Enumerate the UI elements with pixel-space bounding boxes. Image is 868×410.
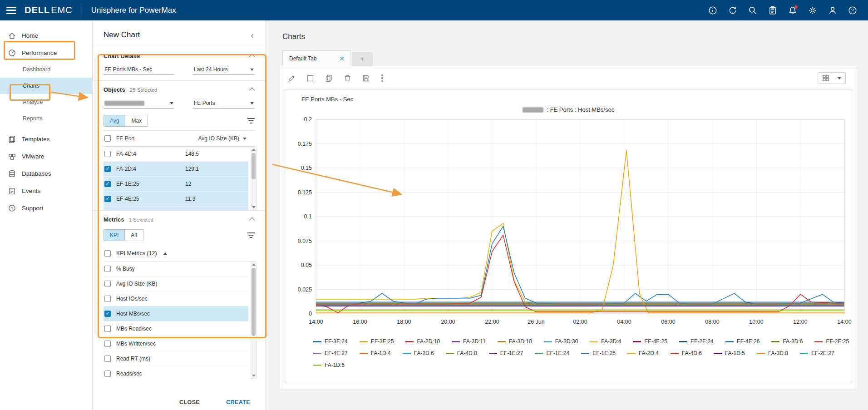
metric-checkbox[interactable]	[104, 356, 111, 362]
info-icon[interactable]	[708, 6, 717, 15]
menu-icon[interactable]	[6, 7, 16, 14]
legend-item[interactable]: EF-1E:25	[581, 350, 616, 356]
copy-icon[interactable]	[325, 74, 333, 83]
sidebar-item-charts[interactable]: Charts	[0, 78, 92, 94]
jobs-icon[interactable]	[768, 6, 777, 15]
settings-gear-icon[interactable]	[808, 6, 817, 15]
objects-scrollbar[interactable]	[251, 147, 256, 210]
collapse-section-icon[interactable]	[249, 217, 255, 223]
line-chart[interactable]: 14:0016:0018:0020:0022:0026 Jun02:0004:0…	[290, 115, 853, 336]
sidebar-item-home[interactable]: Home	[0, 27, 92, 44]
more-options-icon[interactable]	[380, 74, 384, 82]
metric-row[interactable]: Read RT (ms)	[104, 351, 248, 366]
agg-max-button[interactable]: Max	[125, 115, 148, 126]
create-button[interactable]: CREATE	[226, 399, 250, 405]
metrics-kpi-button[interactable]: KPI	[104, 230, 124, 241]
sidebar-item-support[interactable]: ? Support	[0, 199, 92, 217]
legend-item[interactable]: FA-3D:30	[544, 338, 578, 345]
metric-checkbox[interactable]	[104, 266, 111, 272]
metric-checkbox[interactable]	[104, 370, 111, 377]
add-tab-button[interactable]: +	[352, 52, 373, 66]
save-icon[interactable]	[362, 74, 370, 83]
delete-trash-icon[interactable]	[343, 74, 352, 83]
collapse-section-icon[interactable]	[249, 54, 255, 60]
row-checkbox[interactable]	[104, 181, 111, 187]
collapse-section-icon[interactable]	[249, 88, 255, 94]
legend-item[interactable]: EF-1E:24	[535, 350, 569, 356]
legend-item[interactable]: FA-2D:6	[403, 350, 434, 356]
kpi-metrics-group-row[interactable]: KPI Metrics (12)	[104, 246, 255, 262]
legend-item[interactable]: FA-3D:4	[590, 338, 621, 345]
sidebar-item-templates[interactable]: Templates	[0, 130, 92, 148]
filter-icon[interactable]	[247, 118, 255, 123]
agg-avg-button[interactable]: Avg	[104, 115, 125, 126]
sidebar-item-analyze[interactable]: Analyze	[0, 94, 92, 110]
legend-item[interactable]: EF-2E:24	[679, 338, 714, 345]
time-range-select[interactable]: Last 24 Hours	[193, 65, 255, 75]
sidebar-item-reports[interactable]: Reports	[0, 110, 92, 127]
tab-close-icon[interactable]: ✕	[338, 55, 345, 62]
legend-item[interactable]: FA-1D:6	[313, 362, 345, 368]
fe-port-row[interactable]: FA-4D:4148.5	[104, 147, 248, 162]
metric-checkbox[interactable]	[104, 341, 111, 347]
metric-checkbox[interactable]	[104, 281, 111, 287]
collapse-group-icon[interactable]	[163, 252, 167, 255]
metric-checkbox[interactable]	[104, 326, 111, 332]
row-checkbox[interactable]	[104, 196, 111, 202]
filter-icon[interactable]	[247, 232, 255, 238]
sidebar-item-dashboard[interactable]: Dashboard	[0, 61, 92, 78]
fe-port-row[interactable]: FA-2D:4129.1	[104, 162, 248, 177]
tab-default[interactable]: Default Tab ✕	[282, 50, 350, 66]
legend-item[interactable]: EF-2E:27	[800, 350, 834, 356]
legend-item[interactable]: FA-3D:11	[452, 338, 486, 345]
legend-item[interactable]: FA-2D:10	[405, 338, 440, 345]
close-button[interactable]: CLOSE	[179, 399, 200, 405]
alerts-bell-icon[interactable]	[788, 6, 797, 15]
legend-item[interactable]: FA-3D:8	[757, 350, 788, 356]
search-icon[interactable]	[748, 6, 757, 15]
layout-view-dropdown[interactable]	[818, 72, 846, 84]
sidebar-item-performance[interactable]: Performance	[0, 44, 92, 61]
legend-item[interactable]: EF-4E:27	[313, 350, 348, 356]
legend-item[interactable]: EF-3E:25	[360, 338, 394, 345]
refresh-icon[interactable]	[728, 6, 737, 15]
kpi-group-checkbox[interactable]	[104, 250, 111, 257]
sidebar-item-events[interactable]: Events	[0, 182, 92, 199]
metrics-all-button[interactable]: All	[124, 230, 143, 241]
collapse-panel-icon[interactable]: ‹	[251, 32, 254, 38]
scroll-thumb[interactable]	[252, 268, 256, 336]
metric-row[interactable]: Avg IO Size (KB)	[104, 277, 248, 291]
scroll-thumb[interactable]	[252, 153, 256, 179]
fe-port-row[interactable]: EF-4E:2511.3	[104, 192, 248, 207]
legend-item[interactable]: EF-1E:27	[489, 350, 523, 356]
legend-item[interactable]: EF-4E:26	[725, 338, 760, 345]
array-select[interactable]	[104, 99, 174, 109]
metric-row[interactable]: Reads/sec	[104, 366, 248, 379]
object-category-select[interactable]: FE Ports	[193, 99, 255, 109]
legend-item[interactable]: FA-2D:4	[627, 350, 659, 356]
metric-row[interactable]: Host MBs/sec	[104, 306, 248, 321]
value-column-select[interactable]: Avg IO Size (KB)	[198, 135, 247, 142]
scroll-down-icon[interactable]	[252, 206, 256, 208]
select-all-checkbox[interactable]	[104, 135, 111, 142]
help-icon[interactable]: ?	[848, 6, 857, 15]
scroll-up-icon[interactable]	[252, 263, 256, 266]
legend-item[interactable]: FA-3D:6	[771, 338, 803, 345]
metric-row[interactable]: MBs Read/sec	[104, 321, 248, 336]
sidebar-item-databases[interactable]: Databases	[0, 165, 92, 182]
metrics-scrollbar[interactable]	[251, 262, 256, 379]
edit-pencil-icon[interactable]	[287, 74, 296, 83]
legend-item[interactable]: FA-1D:4	[360, 350, 391, 356]
legend-item[interactable]: FA-4D:6	[671, 350, 702, 356]
legend-item[interactable]: FA-4D:8	[446, 350, 477, 356]
metric-checkbox[interactable]	[104, 311, 111, 317]
row-checkbox[interactable]	[104, 151, 111, 157]
sidebar-item-vmware[interactable]: VMware	[0, 148, 92, 165]
scroll-down-icon[interactable]	[252, 375, 256, 377]
legend-item[interactable]: FA-1D:5	[714, 350, 745, 356]
metric-row[interactable]: MBs Written/sec	[104, 336, 248, 351]
user-icon[interactable]	[828, 6, 837, 15]
fe-port-row[interactable]: EF-1E:2512	[104, 177, 248, 192]
metric-row[interactable]: Host IOs/sec	[104, 291, 248, 306]
metric-checkbox[interactable]	[104, 296, 111, 302]
